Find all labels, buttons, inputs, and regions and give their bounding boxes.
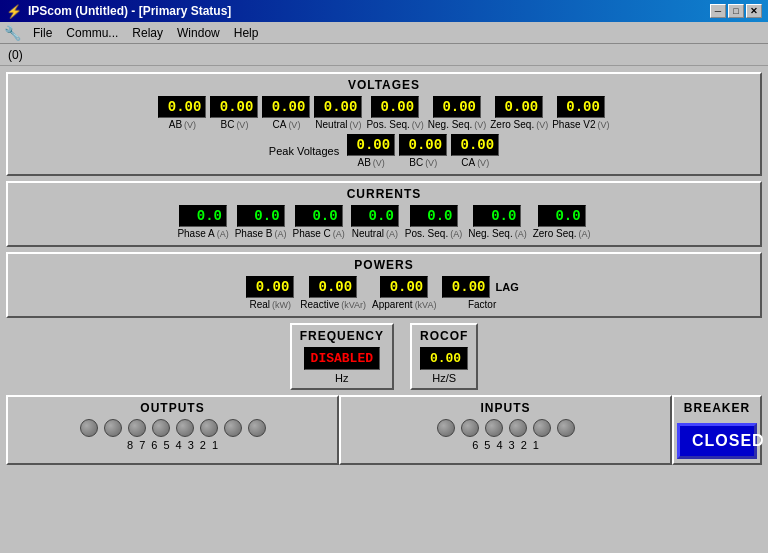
outputs-indicators bbox=[16, 419, 329, 437]
outputs-title: OUTPUTS bbox=[16, 401, 329, 415]
current-neutral-sym: (A) bbox=[386, 229, 398, 239]
input-led-1 bbox=[557, 419, 575, 437]
current-phase-a-value: 0.0 bbox=[179, 205, 227, 227]
output-label-3: 3 bbox=[188, 439, 194, 451]
input-led-2 bbox=[533, 419, 551, 437]
input-label-2: 2 bbox=[521, 439, 527, 451]
current-pos-seq: 0.0 Pos. Seq.(A) bbox=[405, 205, 462, 239]
lag-group: 0.00 LAG bbox=[442, 276, 521, 298]
voltage-zero-seq-label: Zero Seq. bbox=[490, 119, 534, 130]
inputs-labels: 6 5 4 3 2 1 bbox=[349, 439, 662, 451]
current-zero-seq-label: Zero Seq. bbox=[533, 228, 577, 239]
menu-window[interactable]: Window bbox=[171, 24, 226, 42]
lag-text: LAG bbox=[492, 279, 521, 295]
output-label-6: 6 bbox=[151, 439, 157, 451]
toolbar-icon: 🔧 bbox=[4, 25, 21, 41]
input-label-1: 1 bbox=[533, 439, 539, 451]
output-label-8: 8 bbox=[127, 439, 133, 451]
voltage-neg-seq-sym: (V) bbox=[474, 120, 486, 130]
current-zero-seq-value: 0.0 bbox=[538, 205, 586, 227]
output-led-5 bbox=[152, 419, 170, 437]
voltage-ca-sym: (V) bbox=[288, 120, 300, 130]
currents-section: CURRENTS 0.0 Phase A(A) 0.0 Phase B(A) 0… bbox=[6, 181, 762, 247]
title-bar-controls: ─ □ ✕ bbox=[710, 4, 762, 18]
input-led-6 bbox=[437, 419, 455, 437]
voltage-bc-label: BC bbox=[220, 119, 234, 130]
menu-relay[interactable]: Relay bbox=[126, 24, 169, 42]
app-title: IPScom (Untitled) - [Primary Status] bbox=[28, 4, 231, 18]
output-led-7 bbox=[104, 419, 122, 437]
menu-commu[interactable]: Commu... bbox=[60, 24, 124, 42]
voltage-neutral-value: 0.00 bbox=[314, 96, 362, 118]
powers-row: 0.00 Real(kW) 0.00 Reactive(kVAr) 0.00 A… bbox=[14, 276, 754, 310]
power-reactive-label: Reactive bbox=[300, 299, 339, 310]
status-text: (0) bbox=[8, 48, 23, 62]
peak-voltage-ca-value: 0.00 bbox=[451, 134, 499, 156]
bottom-row: OUTPUTS 8 7 6 5 4 3 2 1 bbox=[6, 395, 762, 465]
menu-file[interactable]: File bbox=[27, 24, 58, 42]
peak-voltage-ca: 0.00 CA(V) bbox=[451, 134, 499, 168]
close-button[interactable]: ✕ bbox=[746, 4, 762, 18]
voltage-pos-seq-sym: (V) bbox=[412, 120, 424, 130]
voltage-ab-sym: (V) bbox=[184, 120, 196, 130]
voltages-section: VOLTAGES 0.00 AB(V) 0.00 BC(V) 0.00 CA(V… bbox=[6, 72, 762, 176]
current-neg-seq-value: 0.0 bbox=[473, 205, 521, 227]
peak-voltage-ab-value: 0.00 bbox=[347, 134, 395, 156]
voltage-bc-value: 0.00 bbox=[210, 96, 258, 118]
input-led-5 bbox=[461, 419, 479, 437]
current-neutral-value: 0.0 bbox=[351, 205, 399, 227]
inputs-panel: INPUTS 6 5 4 3 2 1 bbox=[339, 395, 672, 465]
rocof-unit: Hz/S bbox=[420, 372, 468, 384]
output-label-2: 2 bbox=[200, 439, 206, 451]
voltage-neg-seq-label: Neg. Seq. bbox=[428, 119, 472, 130]
power-factor-label: Factor bbox=[468, 299, 496, 310]
voltage-pos-seq-label: Pos. Seq. bbox=[366, 119, 409, 130]
currents-title: CURRENTS bbox=[14, 187, 754, 201]
inputs-indicators bbox=[349, 419, 662, 437]
peak-voltages-label: Peak Voltages bbox=[269, 145, 343, 157]
frequency-title: FREQUENCY bbox=[300, 329, 384, 343]
peak-voltage-bc-label: BC bbox=[409, 157, 423, 168]
currents-meters: 0.0 Phase A(A) 0.0 Phase B(A) 0.0 Phase … bbox=[14, 205, 754, 239]
output-led-6 bbox=[128, 419, 146, 437]
voltage-ca-value: 0.00 bbox=[262, 96, 310, 118]
power-reactive-sym: (kVAr) bbox=[341, 300, 366, 310]
power-apparent: 0.00 Apparent(kVA) bbox=[372, 276, 436, 310]
voltage-phase-v2-label: Phase V2 bbox=[552, 119, 595, 130]
maximize-button[interactable]: □ bbox=[728, 4, 744, 18]
voltage-pos-seq-value: 0.00 bbox=[371, 96, 419, 118]
power-real-label: Real bbox=[249, 299, 270, 310]
outputs-panel: OUTPUTS 8 7 6 5 4 3 2 1 bbox=[6, 395, 339, 465]
output-label-5: 5 bbox=[163, 439, 169, 451]
voltage-zero-seq-value: 0.00 bbox=[495, 96, 543, 118]
title-bar: ⚡ IPScom (Untitled) - [Primary Status] ─… bbox=[0, 0, 768, 22]
menu-help[interactable]: Help bbox=[228, 24, 265, 42]
voltage-phase-v2: 0.00 Phase V2(V) bbox=[552, 96, 609, 130]
current-pos-seq-label: Pos. Seq. bbox=[405, 228, 448, 239]
peak-voltages-row: Peak Voltages 0.00 AB(V) 0.00 BC(V) 0.00… bbox=[14, 134, 754, 168]
voltage-ab-label: AB bbox=[169, 119, 182, 130]
breaker-status-button[interactable]: CLOSED bbox=[677, 423, 757, 459]
minimize-button[interactable]: ─ bbox=[710, 4, 726, 18]
current-phase-c-sym: (A) bbox=[333, 229, 345, 239]
current-pos-seq-sym: (A) bbox=[450, 229, 462, 239]
peak-voltage-bc: 0.00 BC(V) bbox=[399, 134, 447, 168]
current-phase-b-value: 0.0 bbox=[237, 205, 285, 227]
voltage-bc: 0.00 BC(V) bbox=[210, 96, 258, 130]
current-phase-c: 0.0 Phase C(A) bbox=[292, 205, 344, 239]
voltage-neg-seq: 0.00 Neg. Seq.(V) bbox=[428, 96, 486, 130]
main-content: VOLTAGES 0.00 AB(V) 0.00 BC(V) 0.00 CA(V… bbox=[0, 66, 768, 471]
current-neg-seq: 0.0 Neg. Seq.(A) bbox=[468, 205, 526, 239]
output-label-4: 4 bbox=[176, 439, 182, 451]
current-phase-b: 0.0 Phase B(A) bbox=[235, 205, 287, 239]
output-label-7: 7 bbox=[139, 439, 145, 451]
output-led-4 bbox=[176, 419, 194, 437]
input-label-5: 5 bbox=[484, 439, 490, 451]
inputs-title: INPUTS bbox=[349, 401, 662, 415]
voltage-neutral-sym: (V) bbox=[350, 120, 362, 130]
power-apparent-label: Apparent bbox=[372, 299, 413, 310]
current-zero-seq: 0.0 Zero Seq.(A) bbox=[533, 205, 591, 239]
frequency-unit: Hz bbox=[300, 372, 384, 384]
voltages-title: VOLTAGES bbox=[14, 78, 754, 92]
app-icon: ⚡ bbox=[6, 4, 22, 19]
